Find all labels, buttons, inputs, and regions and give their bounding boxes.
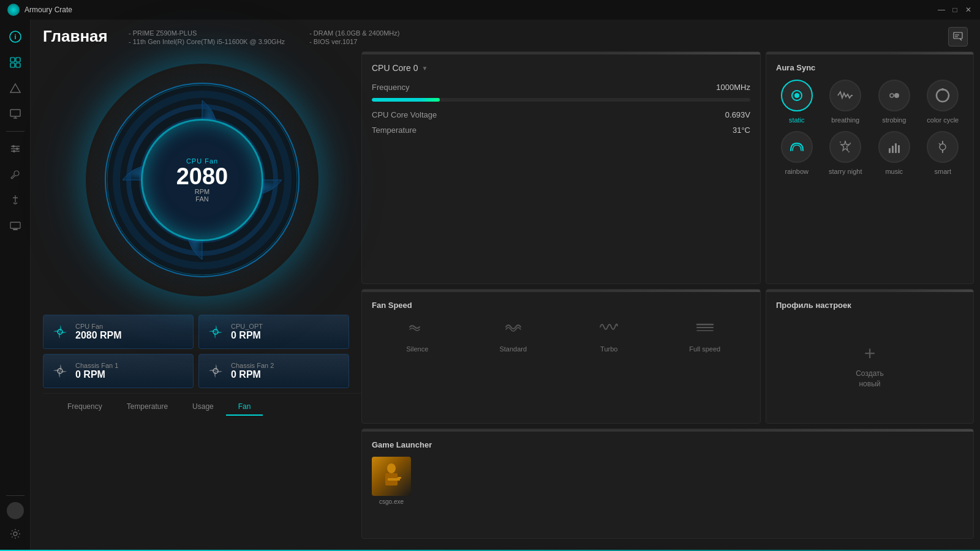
maximize-button[interactable]: □ <box>951 6 959 14</box>
fan-stat-value-chassis1: 0 RPM <box>75 369 186 380</box>
cpu-temperature-row: Temperature 31°C <box>372 126 750 135</box>
sidebar-icon-info[interactable]: i <box>4 26 26 48</box>
aura-item-color-cycle[interactable]: color cycle <box>922 80 964 124</box>
sidebar-icon-display[interactable] <box>4 215 26 237</box>
game-grid: csgo.exe <box>372 457 963 505</box>
silence-label: Silence <box>406 345 428 353</box>
fan-card-cpu-opt: CPU_OPT 0 RPM <box>198 315 349 349</box>
main-layout: i <box>0 20 980 551</box>
profile-panel-title: Профиль настроек <box>776 301 963 310</box>
sidebar-icon-wrench[interactable] <box>4 163 26 186</box>
cpu-info: - 11th Gen Intel(R) Core(TM) i5-11600K @… <box>129 38 285 45</box>
fan-speed-panel-content: Fan Speed Silence <box>362 292 760 423</box>
edit-button[interactable] <box>948 27 968 47</box>
svg-point-18 <box>13 532 17 536</box>
aura-item-rainbow[interactable]: rainbow <box>776 131 818 175</box>
svg-point-39 <box>848 151 850 152</box>
fan-speed-item-standard[interactable]: Standard <box>468 317 559 353</box>
minimize-button[interactable]: — <box>937 6 946 14</box>
svg-rect-16 <box>10 222 20 228</box>
svg-rect-43 <box>898 145 900 153</box>
sidebar-icon-monitor[interactable] <box>4 103 26 125</box>
fan-speed-panel-title: Fan Speed <box>372 301 750 310</box>
svg-rect-17 <box>13 229 18 230</box>
fan-stat-value-chassis2: 0 RPM <box>231 369 341 380</box>
main-grid: CPU Fan 2080 RPM FAN CPU Fan <box>31 51 980 551</box>
aura-icon-wrapper-music <box>878 131 910 163</box>
svg-rect-54 <box>398 477 401 479</box>
header-system-info-right: - DRAM (16.0GB & 2400MHz) - BIOS ver.101… <box>309 29 399 45</box>
fan-icon-cpu <box>51 323 69 341</box>
fan-stat-value-cpu: 2080 RPM <box>75 330 186 341</box>
svg-line-47 <box>939 143 941 145</box>
close-button[interactable]: ✕ <box>964 6 973 14</box>
sidebar-icon-triangle[interactable] <box>4 77 26 99</box>
aura-icon-wrapper-static <box>781 80 813 111</box>
cpu-dropdown-arrow[interactable]: ▼ <box>421 65 428 72</box>
sidebar-divider <box>6 131 24 132</box>
aura-item-smart[interactable]: smart <box>922 131 964 175</box>
svg-point-35 <box>894 93 899 98</box>
fan-speed-item-silence[interactable]: Silence <box>372 317 463 353</box>
tab-fan[interactable]: Fan <box>226 399 263 416</box>
silence-icon <box>407 317 427 340</box>
csgo-thumb <box>372 457 411 496</box>
aura-icon-wrapper-smart <box>927 131 959 163</box>
app-title: Armoury Crate <box>24 6 937 14</box>
create-plus-icon: + <box>864 342 876 365</box>
fan-icon-chassis1 <box>51 362 69 380</box>
svg-rect-2 <box>10 58 15 62</box>
bios-info: - BIOS ver.1017 <box>309 38 399 45</box>
aura-item-starry-night[interactable]: starry night <box>825 131 867 175</box>
window-controls: — □ ✕ <box>937 6 973 14</box>
aura-item-static[interactable]: static <box>776 80 818 124</box>
svg-point-51 <box>387 463 396 473</box>
aura-item-breathing[interactable]: breathing <box>825 80 867 124</box>
create-new-button[interactable]: + Создатьновый <box>776 317 963 414</box>
temperature-label: Temperature <box>372 126 417 135</box>
sidebar-icon-pin[interactable] <box>4 189 26 211</box>
cpu-frequency-row: Frequency 1000MHz <box>372 83 750 92</box>
fan-stat-info-chassis1: Chassis Fan 1 0 RPM <box>75 362 186 380</box>
fan-speed-grid: Silence Standard <box>372 317 750 353</box>
fan-speed-item-full[interactable]: Full speed <box>660 317 751 353</box>
tab-temperature[interactable]: Temperature <box>115 399 180 416</box>
tab-usage[interactable]: Usage <box>180 399 226 416</box>
cpu-voltage-row: CPU Core Voltage 0.693V <box>372 110 750 119</box>
strobing-icon <box>886 87 903 104</box>
tab-frequency[interactable]: Frequency <box>55 399 115 416</box>
fan-speed-panel: Fan Speed Silence <box>361 289 761 424</box>
csgo-thumb-inner <box>372 457 411 496</box>
voltage-label: CPU Core Voltage <box>372 110 437 119</box>
top-row: CPU Core 0 ▼ Frequency 1000MHz <box>361 51 974 284</box>
aura-icon-wrapper-color-cycle <box>927 80 959 111</box>
voltage-value: 0.693V <box>725 110 750 119</box>
static-icon <box>788 87 805 104</box>
create-label: Создатьновый <box>856 369 884 389</box>
sidebar-icon-sliders[interactable] <box>4 138 26 160</box>
sidebar-icon-settings[interactable] <box>4 523 26 545</box>
starry-night-icon <box>837 138 854 156</box>
fan-speed-item-turbo[interactable]: Turbo <box>564 317 655 353</box>
sidebar-icon-grid[interactable] <box>4 51 26 73</box>
aura-item-strobing[interactable]: strobing <box>873 80 915 124</box>
aura-label-strobing: strobing <box>882 116 906 124</box>
svg-point-13 <box>12 145 15 148</box>
fan-stats-grid: CPU Fan 2080 RPM CPU_OPT 0 RPM <box>43 315 361 388</box>
aura-panel-content: Aura Sync <box>766 54 973 283</box>
game-launcher-row: Game Launcher <box>361 429 974 539</box>
aura-label-starry-night: starry night <box>829 168 862 175</box>
game-item-csgo[interactable]: csgo.exe <box>372 457 411 505</box>
svg-marker-6 <box>10 84 20 92</box>
dram-info: - DRAM (16.0GB & 2400MHz) <box>309 29 399 37</box>
sidebar: i <box>0 20 31 551</box>
profile-panel: Профиль настроек + Создатьновый <box>766 289 974 424</box>
aura-icon-wrapper-strobing <box>878 80 910 111</box>
svg-point-14 <box>16 148 18 150</box>
user-avatar[interactable] <box>7 502 24 519</box>
fan-stat-info-opt: CPU_OPT 0 RPM <box>231 323 341 341</box>
fan-stat-name-opt: CPU_OPT <box>231 323 341 330</box>
aura-item-music[interactable]: music <box>873 131 915 175</box>
music-icon <box>886 138 903 156</box>
aura-icon-wrapper-breathing <box>829 80 861 111</box>
